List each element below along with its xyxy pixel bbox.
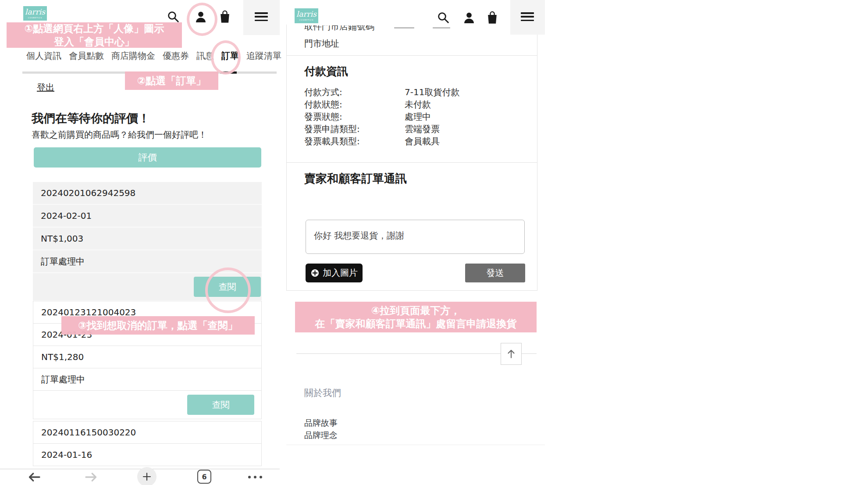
- annotation-step3-text: ③找到想取消的訂單，點選「查閱」: [78, 319, 238, 332]
- payment-row: 發票狀態:處理中: [304, 111, 523, 123]
- annotation-step3: ③找到想取消的訂單，點選「查閱」: [61, 316, 255, 335]
- send-button[interactable]: 發送: [465, 264, 525, 282]
- review-title: 我們在等待你的評價！: [32, 111, 150, 126]
- brand-logo[interactable]: larris COSMETICS: [295, 8, 318, 23]
- payment-label: 發票狀態:: [304, 111, 405, 123]
- order-amount-cell: NT$1,280: [33, 346, 262, 368]
- account-icon[interactable]: [462, 11, 477, 25]
- order-number-cell: 20240201062942598: [33, 182, 262, 205]
- order-detail-card: 取件門市店鋪號碼 門市地址 付款資訊 付款方式:7-11取貨付款 付款狀態:未付…: [286, 25, 537, 291]
- order-date-cell: 2024-01-16: [33, 443, 262, 466]
- annotation-circle-account: [187, 3, 217, 36]
- brand-logo-subtext: COSMETICS: [28, 17, 42, 19]
- right-screenshot: 取件門市店鋪號碼 門市地址 付款資訊 付款方式:7-11取貨付款 付款狀態:未付…: [286, 0, 545, 447]
- payment-value: 處理中: [405, 111, 431, 123]
- search-icon[interactable]: [166, 10, 180, 24]
- payment-label: 付款方式:: [304, 86, 405, 98]
- annotation-circle-view-button: [205, 267, 251, 313]
- review-subtitle: 喜歡之前購買的商品嗎？給我們一個好評吧！: [32, 129, 207, 141]
- add-image-button[interactable]: 加入圖片: [306, 264, 363, 282]
- plus-circle-icon: [310, 269, 319, 278]
- annotation-step4-line1: ④拉到頁面最下方，: [371, 304, 460, 317]
- order-status-cell: 訂單處理中: [33, 368, 262, 391]
- footer-link-brand-philosophy[interactable]: 品牌理念: [304, 430, 338, 441]
- brand-logo-text: larris: [25, 8, 45, 16]
- search-icon[interactable]: [436, 11, 450, 25]
- view-order-button[interactable]: 查閱: [187, 395, 254, 415]
- browser-back-icon[interactable]: [25, 468, 43, 485]
- browser-toolbar: 6: [0, 469, 280, 485]
- review-button[interactable]: 評價: [34, 147, 261, 168]
- annotation-step2-text: ②點選「訂單」: [137, 74, 206, 87]
- payment-value: 未付款: [405, 99, 431, 111]
- message-input[interactable]: 你好 我想要退貨，謝謝: [306, 220, 525, 254]
- footer-link-brand-story[interactable]: 品牌故事: [304, 417, 338, 429]
- browser-tab-counter[interactable]: 6: [197, 470, 211, 484]
- annotation-circle-orders-tab: [211, 40, 241, 75]
- tab-points[interactable]: 會員點數: [69, 50, 104, 62]
- brand-logo-text: larris: [296, 11, 317, 18]
- tab-profile[interactable]: 個人資訊: [26, 50, 61, 62]
- brand-logo[interactable]: larris COSMETICS: [23, 6, 47, 21]
- order-action-cell: 查閱: [33, 390, 262, 419]
- payment-row: 發票申請類型:雲端發票: [304, 123, 523, 135]
- cart-bag-icon[interactable]: [217, 9, 232, 25]
- payment-value: 會員載具: [405, 136, 440, 147]
- cart-bag-icon[interactable]: [485, 10, 500, 25]
- payment-row: 付款狀態:未付款: [304, 98, 523, 111]
- annotation-step4-line2: 在「賣家和顧客訂單通訊」處留言申請退換貨: [315, 317, 517, 330]
- tab-store-credit[interactable]: 商店購物金: [111, 50, 155, 62]
- tutorial-screenshot: larris COSMETICS 個人資訊 會員點數 商店購物金 優惠券 訊息 …: [0, 0, 868, 485]
- logout-link[interactable]: 登出: [37, 82, 54, 93]
- scroll-to-top-button[interactable]: [501, 343, 522, 365]
- footer-about-title: 關於我們: [304, 387, 341, 399]
- browser-forward-icon[interactable]: [82, 468, 100, 485]
- payment-label: 發票申請類型:: [304, 123, 405, 135]
- annotation-step1-line1: ①點選網頁右上方「人像」圖示: [25, 22, 164, 35]
- tab-wishlist[interactable]: 追蹤清單: [246, 50, 281, 62]
- pickup-store-section: 取件門市店鋪號碼 門市地址: [287, 25, 537, 56]
- payment-section: 付款資訊 付款方式:7-11取貨付款 付款狀態:未付款 發票狀態:處理中 發票申…: [287, 55, 537, 163]
- store-address-label: 門市地址: [304, 38, 339, 50]
- brand-logo-subtext: COSMETICS: [299, 19, 313, 21]
- order-date-cell: 2024-02-01: [33, 205, 262, 228]
- add-image-label: 加入圖片: [323, 267, 358, 279]
- hamburger-menu-icon[interactable]: [255, 12, 268, 21]
- clipped-text-fragment: [394, 27, 414, 29]
- communication-section: 賣家和顧客訂單通訊 你好 我想要退貨，謝謝 加入圖片 發送: [287, 162, 537, 290]
- communication-section-title: 賣家和顧客訂單通訊: [304, 171, 407, 186]
- member-nav-tabs: 個人資訊 會員點數 商店購物金 優惠券 訊息 訂單 追蹤清單: [26, 49, 281, 62]
- right-header: larris COSMETICS: [286, 0, 545, 25]
- hamburger-menu-icon[interactable]: [521, 12, 534, 21]
- payment-label: 發票載具類型:: [304, 136, 405, 147]
- order-number-cell: 20240116150030220: [33, 421, 262, 444]
- payment-label: 付款狀態:: [304, 99, 405, 111]
- payment-value: 7-11取貨付款: [405, 86, 459, 98]
- payment-row: 發票載具類型:會員載具: [304, 135, 523, 147]
- annotation-step2: ②點選「訂單」: [125, 71, 218, 90]
- tab-coupons[interactable]: 優惠券: [163, 50, 189, 62]
- payment-row: 付款方式:7-11取貨付款: [304, 86, 523, 98]
- annotation-step1: ①點選網頁右上方「人像」圖示 登入「會員中心」: [7, 22, 182, 48]
- payment-section-title: 付款資訊: [304, 64, 348, 78]
- annotation-step4: ④拉到頁面最下方， 在「賣家和顧客訂單通訊」處留言申請退換貨: [295, 302, 537, 332]
- screenshot-bottom-edge: [286, 445, 545, 445]
- order-amount-cell: NT$1,003: [33, 228, 262, 250]
- pickup-store-clipped-label: 取件門市店鋪號碼: [304, 25, 436, 32]
- payment-value: 雲端發票: [405, 123, 440, 135]
- order-block-3: 20240116150030220 2024-01-16: [33, 421, 262, 466]
- browser-more-menu-icon[interactable]: [248, 476, 262, 478]
- browser-new-tab-icon[interactable]: [137, 467, 157, 485]
- annotation-step1-line2: 登入「會員中心」: [54, 35, 135, 48]
- clipped-text-fragment: [433, 27, 450, 29]
